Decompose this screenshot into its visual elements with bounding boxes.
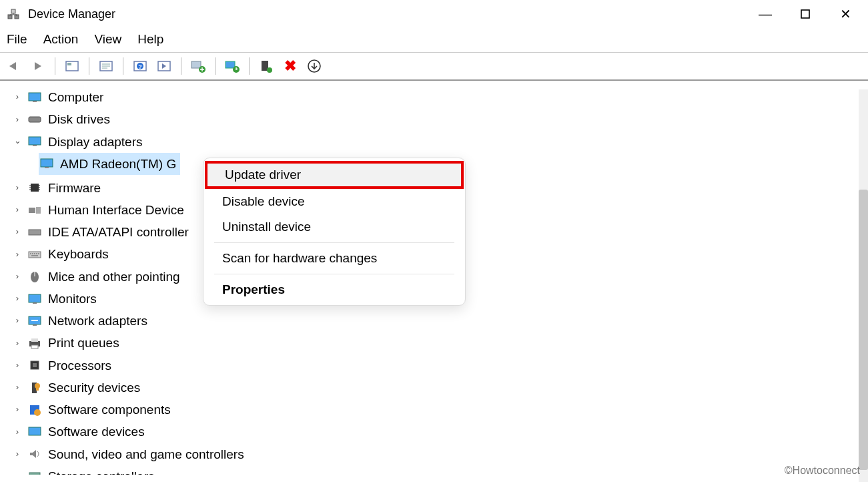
chevron-right-icon[interactable]: › [13, 224, 21, 240]
context-separator [214, 274, 454, 274]
chevron-down-icon[interactable]: ⌄ [13, 134, 21, 149]
svg-point-16 [267, 67, 272, 73]
menu-file[interactable]: File [7, 32, 27, 47]
tree-label: Firmware [48, 177, 101, 199]
svg-rect-26 [29, 208, 35, 213]
chevron-right-icon[interactable]: › [13, 469, 21, 475]
ide-icon [27, 226, 43, 239]
tree-item-display-adapters[interactable]: ⌄ Display adapters [13, 131, 868, 153]
svg-text:?: ? [138, 63, 142, 70]
tree-item-amd-radeon[interactable]: AMD Radeon(TM) G [39, 153, 180, 175]
chevron-right-icon[interactable]: › [13, 402, 21, 417]
tree-label: Display adapters [48, 131, 143, 153]
tree-label: Computer [48, 86, 103, 108]
component-icon [27, 403, 43, 417]
menu-view[interactable]: View [94, 32, 121, 47]
svg-rect-37 [31, 345, 38, 348]
svg-rect-18 [29, 93, 41, 101]
svg-point-44 [34, 409, 41, 416]
hid-icon [27, 204, 43, 217]
storage-icon [27, 470, 43, 475]
tree-item-sw-components[interactable]: › Software components [13, 399, 868, 421]
toolbar-separator [181, 57, 181, 75]
tree-item-storage[interactable]: › Storage controllers [13, 465, 868, 475]
toolbar-scan-icon[interactable] [155, 57, 173, 75]
svg-rect-34 [33, 324, 37, 326]
tree-item-disk-drives[interactable]: › Disk drives [13, 108, 868, 130]
network-icon [27, 314, 43, 328]
menu-action[interactable]: Action [43, 32, 79, 47]
chevron-right-icon[interactable]: › [13, 358, 21, 373]
context-update-driver[interactable]: Update driver [206, 162, 462, 188]
svg-rect-42 [36, 387, 39, 391]
svg-rect-36 [31, 338, 38, 342]
svg-rect-23 [41, 159, 53, 167]
tree-item-sound[interactable]: › Sound, video and game controllers [13, 443, 868, 465]
tree-item-network[interactable]: › Network adapters [13, 310, 868, 332]
toolbar-down-icon[interactable] [306, 57, 323, 75]
toolbar-separator [89, 57, 89, 75]
context-disable-device[interactable]: Disable device [203, 189, 465, 214]
svg-rect-39 [33, 363, 37, 367]
context-menu: Update driver Disable device Uninstall d… [203, 158, 466, 306]
display-adapter-icon [39, 157, 55, 170]
tree-label: Software devices [48, 421, 145, 443]
toolbar-disable-x-icon[interactable]: ✖ [282, 57, 299, 75]
tree-label: Network adapters [48, 310, 147, 332]
toolbar-update-icon[interactable] [224, 57, 241, 75]
svg-rect-31 [29, 294, 41, 302]
svg-rect-13 [226, 61, 235, 68]
window-titlebar: Device Manager — ✕ [0, 0, 868, 28]
toolbar-uninstall-icon[interactable] [258, 57, 275, 75]
app-icon [5, 6, 21, 22]
tree-item-sw-devices[interactable]: › Software devices [13, 421, 868, 443]
chevron-right-icon[interactable]: › [13, 202, 21, 218]
printer-icon [27, 336, 43, 350]
svg-rect-2 [11, 9, 15, 13]
chevron-right-icon[interactable]: › [13, 447, 21, 462]
toolbar-properties-icon[interactable] [97, 57, 115, 75]
chevron-right-icon[interactable]: › [13, 269, 21, 284]
svg-rect-29 [29, 252, 41, 258]
back-icon[interactable] [5, 57, 23, 75]
chevron-right-icon[interactable]: › [13, 336, 21, 351]
maximize-button[interactable] [785, 2, 825, 26]
toolbar-separator [55, 57, 55, 75]
chevron-right-icon[interactable]: › [13, 380, 21, 395]
scrollbar-thumb[interactable] [859, 190, 868, 470]
chevron-right-icon[interactable]: › [13, 112, 21, 128]
forward-icon[interactable] [29, 57, 47, 75]
context-properties[interactable]: Properties [203, 277, 465, 302]
tree-label: Software components [48, 399, 171, 421]
svg-rect-32 [33, 302, 37, 304]
window-title: Device Manager [28, 7, 745, 21]
tree-item-processors[interactable]: › Processors [13, 354, 868, 377]
chevron-right-icon[interactable]: › [13, 247, 21, 262]
chevron-right-icon[interactable]: › [13, 291, 21, 306]
toolbar-help-icon[interactable]: ? [131, 57, 149, 75]
tree-item-computer[interactable]: › Computer [13, 86, 868, 108]
context-uninstall-device[interactable]: Uninstall device [203, 214, 465, 240]
svg-rect-19 [33, 101, 37, 102]
chevron-right-icon[interactable]: › [13, 425, 21, 440]
chevron-right-icon[interactable]: › [13, 313, 21, 328]
svg-rect-27 [36, 207, 41, 214]
chevron-right-icon[interactable]: › [13, 180, 21, 196]
svg-rect-22 [33, 145, 37, 146]
tree-item-security[interactable]: › Security devices [13, 377, 868, 399]
tree-item-print[interactable]: › Print queues [13, 332, 868, 354]
mouse-icon [27, 270, 43, 283]
menu-help[interactable]: Help [137, 32, 163, 47]
svg-rect-20 [29, 117, 41, 122]
chevron-right-icon[interactable]: › [13, 89, 21, 105]
close-button[interactable]: ✕ [825, 2, 865, 26]
svg-rect-28 [29, 230, 41, 235]
toolbar-add-icon[interactable] [189, 57, 207, 75]
keyboard-icon [27, 248, 43, 261]
tree-label: Processors [48, 354, 111, 377]
context-scan-hardware[interactable]: Scan for hardware changes [203, 246, 465, 271]
minimize-button[interactable]: — [745, 2, 785, 26]
toolbar-show-hidden-icon[interactable] [63, 57, 81, 75]
vertical-scrollbar[interactable] [859, 89, 868, 482]
monitor-icon [27, 292, 43, 306]
